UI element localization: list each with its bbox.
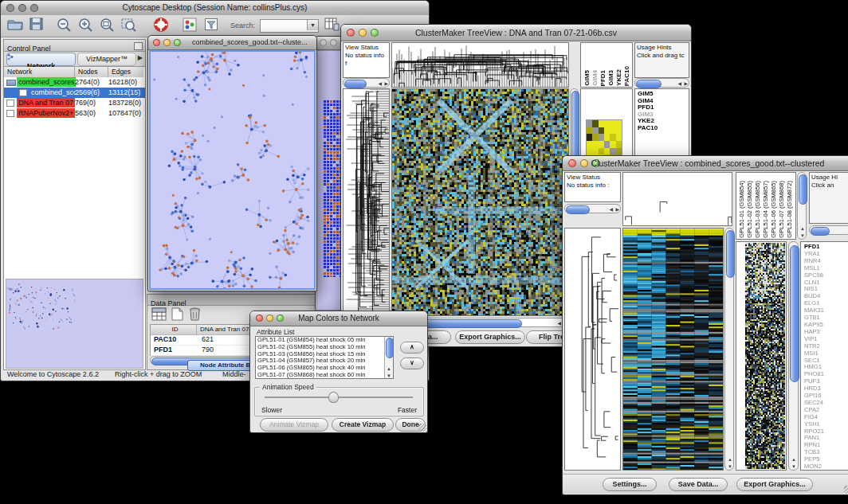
file-icon bbox=[6, 100, 14, 107]
filter-icon[interactable] bbox=[204, 18, 222, 33]
matrix-cell bbox=[592, 141, 598, 148]
col-id[interactable]: ID bbox=[151, 325, 197, 334]
node-count: 769(0) bbox=[75, 98, 96, 108]
tv1-status-scrollbar[interactable]: ◀ ▶ bbox=[343, 78, 390, 88]
network-view-1[interactable] bbox=[149, 50, 316, 290]
network-table-row[interactable]: RNAPuberNov2+563(0)107847(0) bbox=[4, 108, 145, 119]
treeview-1-title: ClusterMaker TreeView : DNA and Tran 07-… bbox=[341, 28, 691, 37]
tv1-hints-scrollbar[interactable]: ◀ ▶ bbox=[634, 78, 689, 88]
move-up-button[interactable]: ∧ bbox=[400, 342, 424, 354]
open-file-icon[interactable] bbox=[7, 18, 25, 33]
attribute-list-scrollbar[interactable]: ▲ ▼ bbox=[384, 337, 393, 378]
close-button[interactable] bbox=[153, 39, 160, 46]
tv1-column-label: GIM4 bbox=[591, 70, 599, 86]
matrix-cell bbox=[610, 120, 615, 127]
matrix-cell bbox=[604, 141, 610, 148]
desktop: Cytoscape Desktop (Session Name: collins… bbox=[0, 0, 848, 504]
help-icon[interactable] bbox=[154, 18, 171, 33]
tab-network[interactable]: Network bbox=[6, 53, 76, 66]
tv2-status-scrollbar[interactable]: ◀ ▶ bbox=[564, 204, 621, 213]
col-edges[interactable]: Edges bbox=[108, 67, 143, 77]
tv1-column-label: YKE2 bbox=[615, 69, 622, 86]
matrix-cell bbox=[604, 134, 610, 141]
tv2-heatmap-canvas[interactable] bbox=[623, 229, 723, 470]
zoom-fit-icon[interactable] bbox=[100, 18, 117, 33]
tv2-button-export-graphics-[interactable]: Export Graphics... bbox=[736, 478, 813, 491]
resize-grip[interactable] bbox=[844, 486, 848, 494]
tab-overflow-arrow[interactable]: ▶ bbox=[138, 54, 143, 61]
search-dropdown-arrow[interactable]: ▼ bbox=[307, 20, 318, 30]
tv2-column-dendrogram[interactable] bbox=[622, 172, 732, 226]
animate-vizmap-button[interactable]: Animate Vizmap bbox=[260, 418, 328, 432]
delete-attribute-icon[interactable] bbox=[189, 307, 206, 323]
search-combobox[interactable]: ▼ bbox=[260, 19, 319, 33]
tv2-button-save-data-[interactable]: Save Data... bbox=[669, 478, 728, 491]
close-button[interactable] bbox=[320, 39, 327, 46]
tv1-row-label[interactable]: PAC10 bbox=[638, 125, 689, 132]
new-attribute-icon[interactable] bbox=[171, 307, 189, 323]
tv2-button-settings-[interactable]: Settings... bbox=[603, 478, 657, 491]
zoom-region-icon[interactable] bbox=[121, 18, 139, 33]
tv1-heatmap-panel[interactable] bbox=[391, 88, 569, 316]
tv2-usage-hints: Usage HiClick an bbox=[809, 172, 848, 224]
tv2-button-bar: Settings...Save Data...Export Graphics..… bbox=[563, 474, 848, 494]
attribute-list-item[interactable]: GPL51-07 (GSM868) heat shock 60 min bbox=[256, 372, 393, 379]
tv2-zoom-heatmap-panel[interactable] bbox=[736, 241, 787, 471]
tv2-gene-scrollbar[interactable]: ▲ ▼ bbox=[788, 241, 799, 471]
animation-speed-group: Animation Speed Slower Faster bbox=[254, 387, 424, 416]
tv1-row-dendrogram[interactable] bbox=[343, 88, 390, 316]
matrix-cell bbox=[610, 134, 615, 141]
col-nodes[interactable]: Nodes bbox=[75, 67, 108, 77]
network-table-header: Network Nodes Edges bbox=[4, 67, 145, 77]
network-table-row[interactable]: DNA and Tran 07769(0)183728(0) bbox=[4, 98, 145, 108]
matrix-cell bbox=[604, 120, 610, 127]
minimize-button[interactable] bbox=[330, 39, 337, 46]
tv1-collabel-panel: GIM5GIM4PFD1GIM3YKE2PAC10 bbox=[580, 42, 633, 88]
attribute-value: 790 bbox=[202, 346, 214, 354]
matrix-cell bbox=[610, 141, 615, 148]
float-panel-icon[interactable] bbox=[134, 42, 143, 50]
minimize-button[interactable] bbox=[163, 39, 171, 46]
tv2-hints-scrollbar[interactable] bbox=[809, 225, 848, 235]
plugin-icon[interactable] bbox=[183, 18, 200, 33]
tv1-column-label: GIM5 bbox=[583, 70, 591, 86]
matrix-cell bbox=[616, 120, 622, 127]
move-down-button[interactable]: ∨ bbox=[400, 357, 424, 369]
select-attributes-icon[interactable] bbox=[151, 307, 169, 323]
matrix-cell bbox=[604, 148, 610, 155]
col-network[interactable]: Network bbox=[4, 67, 75, 77]
tv2-column-label: GPL51-01 (GSM854) bbox=[738, 181, 745, 238]
zoom-in-icon[interactable] bbox=[78, 18, 96, 33]
speed-slider-track[interactable] bbox=[265, 397, 413, 399]
tv2-collabel-panel: GPL51-01 (GSM854)GPL51-02 (GSM855)GPL51-… bbox=[736, 172, 796, 240]
tv2-vscrollbar[interactable]: ▲ ▼ bbox=[724, 228, 734, 471]
tv2-gene-label[interactable]: MON2 bbox=[804, 463, 848, 471]
attribute-list-label: Attribute List bbox=[257, 328, 294, 336]
zoom-button[interactable] bbox=[174, 39, 181, 46]
attribute-table-icon[interactable] bbox=[324, 18, 342, 33]
main-titlebar[interactable]: Cytoscape Desktop (Session Name: collins… bbox=[1, 1, 429, 16]
tv2-heatmap-panel[interactable] bbox=[622, 228, 724, 471]
tv2-row-dendrogram[interactable] bbox=[564, 228, 621, 471]
tv1-column-dendrogram[interactable] bbox=[391, 42, 569, 88]
matrix-cell bbox=[599, 120, 604, 127]
network-table-row[interactable]: combined_sco2569(6)13112(15) bbox=[4, 88, 145, 98]
gene-id: PFD1 bbox=[154, 346, 172, 354]
tv2-column-label: GPL51-06 (GSM865) bbox=[770, 181, 777, 238]
network-window-1-title: combined_scores_good.txt--cluste... bbox=[192, 38, 313, 46]
node-count: 2764(0) bbox=[75, 77, 100, 88]
resize-grip[interactable] bbox=[418, 424, 426, 432]
matrix-cell bbox=[604, 127, 610, 135]
create-vizmap-button[interactable]: Create Vizmap bbox=[332, 418, 394, 432]
speed-slider-thumb[interactable] bbox=[328, 392, 339, 403]
network-overview-panel[interactable] bbox=[6, 279, 143, 369]
tv1-heatmap-canvas[interactable] bbox=[392, 89, 568, 315]
tv2-collabel-scrollbar[interactable]: ▲ ▼ bbox=[797, 172, 807, 240]
matrix-cell bbox=[587, 148, 592, 155]
network-table-row[interactable]: combined_scores_2764(0)16218(0) bbox=[4, 77, 145, 88]
tv1-button-export-graphics-[interactable]: Export Graphics... bbox=[455, 330, 525, 344]
tab-vizmapper[interactable]: VizMapper™ bbox=[77, 53, 136, 66]
save-icon[interactable] bbox=[29, 18, 47, 33]
attribute-listbox[interactable]: GPL51-01 (GSM854) heat shock 05 minGPL51… bbox=[255, 336, 394, 379]
zoom-out-icon[interactable] bbox=[57, 18, 74, 33]
